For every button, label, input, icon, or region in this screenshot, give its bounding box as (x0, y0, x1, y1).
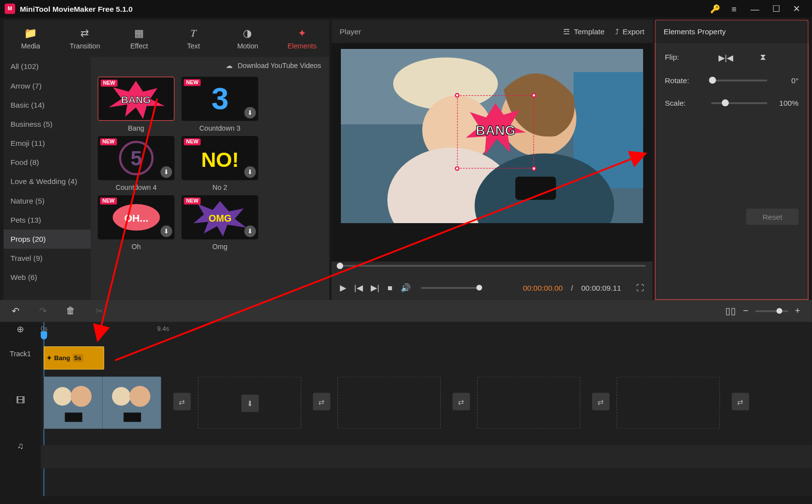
element-card-bang[interactable]: NEW BANG Bang (98, 77, 175, 133)
tab-elements[interactable]: ✦Elements (282, 27, 322, 50)
motion-icon: ◑ (243, 27, 252, 40)
video-preview[interactable]: BANG (341, 49, 644, 223)
timeline-tracks[interactable]: 0s 9.4s ✦ Bang 5s ⇄ ⬇ ⇄ ⇄ ⇄ (41, 322, 812, 496)
new-badge: NEW (100, 138, 117, 145)
category-item[interactable]: All (102) (3, 57, 91, 76)
zoom-in-button[interactable]: + (795, 306, 800, 316)
redo-button[interactable]: ↷ (39, 305, 47, 317)
card-label: Countdown 3 (182, 124, 259, 133)
button-label: Template (574, 27, 605, 36)
stop-button[interactable]: ■ (387, 283, 392, 292)
transition-slot-button[interactable]: ⇄ (732, 393, 749, 411)
player-panel: Player ☲Template ⤴Export (332, 20, 653, 299)
export-button[interactable]: ⤴Export (615, 27, 645, 36)
resize-handle[interactable] (455, 93, 460, 98)
next-frame-button[interactable]: ▶| (371, 283, 379, 292)
volume-icon[interactable]: 🔊 (401, 283, 410, 292)
timecode-separator: / (571, 283, 573, 292)
download-icon[interactable]: ⬇ (244, 226, 256, 237)
import-slot-icon[interactable]: ⬇ (241, 394, 259, 412)
category-item[interactable]: Nature (5) (3, 191, 91, 210)
scale-slider[interactable] (711, 102, 767, 104)
reset-button[interactable]: Reset (746, 208, 799, 225)
card-label: Countdown 4 (98, 183, 175, 192)
tab-motion[interactable]: ◑Motion (227, 27, 268, 50)
volume-slider[interactable] (421, 287, 479, 289)
prev-frame-button[interactable]: |◀ (354, 283, 362, 292)
play-button[interactable]: ▶ (340, 283, 346, 292)
category-item[interactable]: Arrow (7) (3, 76, 91, 95)
empty-slot[interactable] (617, 377, 720, 429)
hamburger-icon[interactable]: ≡ (723, 4, 744, 14)
element-card-omg[interactable]: NEW OMG ⬇ Omg (182, 195, 259, 251)
category-item[interactable]: Love & Wedding (4) (3, 172, 91, 191)
flip-label: Flip: (665, 53, 705, 62)
resize-handle[interactable] (531, 166, 536, 171)
tab-effect[interactable]: ▦Effect (119, 27, 160, 50)
svg-rect-18 (515, 177, 556, 200)
tab-transition[interactable]: ⇄Transition (65, 27, 105, 50)
category-item[interactable]: Web (6) (3, 268, 91, 287)
transition-slot-button[interactable]: ⇄ (453, 393, 470, 411)
tab-media[interactable]: 📁Media (10, 27, 51, 50)
flip-horizontal-button[interactable]: ▶|◀ (717, 52, 735, 62)
timeline: ⊕ Track1 🎞 ♫ 0s 9.4s ✦ Bang 5s ⇄ ⬇ (0, 322, 812, 496)
download-icon[interactable]: ⬇ (244, 166, 256, 178)
new-badge: NEW (100, 198, 117, 205)
category-item[interactable]: Business (5) (3, 115, 91, 134)
transition-icon: ⇄ (80, 27, 89, 40)
element-card-no2[interactable]: NEW NO! ⬇ No 2 (182, 136, 259, 192)
split-button[interactable]: ✂ (96, 305, 103, 317)
empty-slot[interactable]: ⬇ (198, 377, 301, 429)
key-icon[interactable]: 🔑 (710, 4, 720, 13)
empty-slot[interactable] (477, 377, 580, 429)
delete-button[interactable]: 🗑 (66, 306, 75, 316)
category-item[interactable]: Travel (9) (3, 249, 91, 268)
element-overlay-bang[interactable]: BANG (457, 95, 534, 169)
svg-text:3: 3 (211, 81, 228, 115)
template-button[interactable]: ☲Template (563, 27, 604, 36)
scrub-bar[interactable] (332, 261, 653, 275)
transition-slot-button[interactable]: ⇄ (592, 393, 610, 411)
undo-button[interactable]: ↶ (12, 305, 19, 317)
add-track-button[interactable]: ⊕ (0, 322, 41, 337)
rotate-slider[interactable] (711, 80, 767, 82)
resize-handle[interactable] (531, 93, 536, 98)
zoom-slider[interactable] (755, 310, 788, 312)
resize-handle[interactable] (455, 166, 460, 171)
category-list[interactable]: All (102) Arrow (7) Basic (14) Business … (3, 57, 91, 299)
transition-slot-button[interactable]: ⇄ (173, 393, 191, 411)
app-title: MiniTool MovieMaker Free 5.1.0 (20, 4, 133, 13)
audio-lane[interactable] (41, 445, 812, 469)
zoom-out-button[interactable]: − (743, 306, 748, 316)
category-item[interactable]: Emoji (11) (3, 134, 91, 153)
element-card-countdown3[interactable]: NEW 3 ⬇ Countdown 3 (182, 77, 259, 133)
empty-slot[interactable] (337, 377, 441, 429)
timeline-ruler[interactable]: 0s 9.4s (41, 322, 812, 337)
element-clip-bang[interactable]: ✦ Bang 5s (44, 346, 104, 370)
category-item[interactable]: Basic (14) (3, 95, 91, 115)
category-item-active[interactable]: Props (20) (3, 229, 91, 249)
flip-vertical-button[interactable]: ⧗ (754, 52, 772, 62)
property-title: Elements Property (664, 27, 726, 36)
download-youtube-link[interactable]: Download YouTube Videos (238, 62, 321, 70)
fullscreen-button[interactable]: ⛶ (636, 283, 645, 292)
fit-zoom-icon[interactable]: ▯▯ (725, 305, 736, 317)
category-item[interactable]: Pets (13) (3, 210, 91, 229)
minimize-button[interactable]: — (744, 4, 765, 14)
close-button[interactable]: ✕ (787, 3, 808, 14)
element-card-countdown4[interactable]: NEW 5 ⬇ Countdown 4 (98, 136, 175, 192)
elements-grid[interactable]: NEW BANG Bang NEW 3 ⬇ Countdown 3 (91, 74, 329, 300)
card-label: No 2 (182, 183, 259, 192)
sparkle-icon: ✦ (47, 354, 52, 362)
maximize-button[interactable]: ☐ (765, 3, 787, 14)
tab-label: Media (21, 42, 40, 50)
tab-text[interactable]: 𝑇Text (173, 27, 214, 49)
transition-slot-button[interactable]: ⇄ (313, 393, 331, 411)
download-icon[interactable]: ⬇ (161, 226, 172, 237)
element-card-oh[interactable]: NEW OH... ⬇ Oh (98, 195, 175, 251)
download-icon[interactable]: ⬇ (161, 166, 172, 178)
new-badge: NEW (100, 80, 117, 87)
category-item[interactable]: Food (8) (3, 153, 91, 172)
download-icon[interactable]: ⬇ (244, 107, 256, 119)
